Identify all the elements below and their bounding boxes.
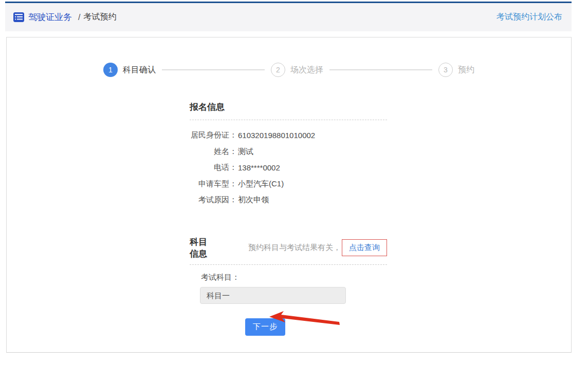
- info-row-phone: 电话： 138****0002: [190, 160, 387, 176]
- step-connector-1: [162, 69, 265, 70]
- step-connector-2: [329, 69, 432, 70]
- registration-title: 报名信息: [190, 101, 225, 113]
- id-number-value: 610320198801010002: [238, 131, 315, 140]
- registration-info-list: 居民身份证： 610320198801010002 姓名： 测试 电话： 138…: [190, 127, 387, 208]
- step-subject-confirm: 1 科目确认: [103, 63, 156, 77]
- exam-plan-link[interactable]: 考试预约计划公布: [497, 12, 562, 23]
- step-3-circle: 3: [438, 63, 453, 77]
- exam-reason-value: 初次申领: [238, 195, 269, 205]
- info-row-name: 姓名： 测试: [190, 144, 387, 160]
- breadcrumb-current-page: 考试预约: [83, 12, 116, 23]
- info-row-exam-reason: 考试原因： 初次申领: [190, 192, 387, 208]
- step-3-label: 预约: [458, 65, 474, 75]
- list-icon: [13, 12, 24, 22]
- breadcrumb-separator: /: [78, 13, 80, 22]
- main-card: 1 科目确认 2 场次选择 3 预约 报名信息 居民身份证： 610320198…: [6, 37, 572, 353]
- registration-section-header: 报名信息: [190, 101, 387, 120]
- step-2-label: 场次选择: [290, 65, 323, 75]
- phone-label: 电话：: [190, 163, 237, 172]
- exam-subject-label: 考试科目：: [201, 273, 387, 282]
- name-label: 姓名：: [190, 147, 237, 157]
- exam-reason-label: 考试原因：: [190, 195, 237, 205]
- stepper: 1 科目确认 2 场次选择 3 预约: [7, 63, 571, 77]
- subject-section-header: 科目信息 预约科目与考试结果有关， 点击查询: [190, 236, 387, 265]
- exam-subject-field[interactable]: 科目一: [200, 287, 346, 304]
- id-number-label: 居民身份证：: [190, 130, 237, 140]
- breadcrumb-section: 驾驶证业务: [28, 11, 72, 23]
- step-2-circle: 2: [271, 63, 285, 77]
- phone-value: 138****0002: [238, 163, 280, 172]
- name-value: 测试: [238, 147, 253, 157]
- form-content: 报名信息 居民身份证： 610320198801010002 姓名： 测试 电话…: [190, 101, 387, 336]
- step-1-label: 科目确认: [123, 65, 156, 75]
- step-1-circle: 1: [103, 63, 118, 77]
- vehicle-type-value: 小型汽车(C1): [238, 179, 284, 189]
- query-result-button[interactable]: 点击查询: [342, 239, 387, 256]
- vehicle-type-label: 申请车型：: [190, 179, 237, 189]
- step-appointment: 3 预约: [438, 63, 474, 77]
- subject-note: 预约科目与考试结果有关，: [248, 243, 341, 253]
- info-row-id-number: 居民身份证： 610320198801010002: [190, 127, 387, 144]
- step-session-select: 2 场次选择: [271, 63, 323, 77]
- subject-title: 科目信息: [190, 236, 215, 260]
- info-row-vehicle-type: 申请车型： 小型汽车(C1): [190, 176, 387, 193]
- next-step-button[interactable]: 下一步: [245, 318, 285, 336]
- header-bar: 驾驶证业务 / 考试预约 考试预约计划公布: [5, 3, 572, 31]
